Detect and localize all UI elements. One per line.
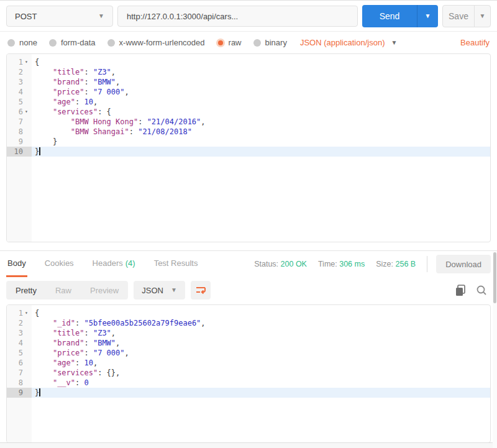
response-tabs-row: BodyCookiesHeaders(4)Test Results Status… [0,251,497,277]
body-type-option-form-data[interactable]: form-data [49,38,96,47]
code-text: "__v": 0 [32,378,490,388]
content-type-label: JSON (application/json) [300,38,385,47]
line-number: 8 [7,378,32,388]
request-body-editor[interactable]: 1▾{2 "title": "Z3",3 "brand": "BMW",4 "p… [6,53,491,242]
response-tab-label: Test Results [154,258,198,268]
response-tab-body[interactable]: Body [6,251,27,277]
chevron-down-icon: ▼ [98,13,104,19]
http-method-select[interactable]: POST ▼ [6,6,113,27]
token-punc: { [35,309,39,318]
view-tab-pretty[interactable]: Pretty [6,281,46,299]
token-punc: } [35,147,39,156]
body-type-option-binary[interactable]: binary [253,38,287,47]
line-number-value: 6 [19,107,23,117]
token-key: "_id" [53,319,75,327]
token-punc: : [75,359,84,367]
vertical-scrollbar[interactable] [493,252,497,448]
code-line: 3 "title": "Z3", [7,328,490,338]
response-tab-label: Headers [93,258,123,268]
code-line: 7 "BMW Hong Kong": "21/04/2016", [7,117,490,127]
time-badge: Time: 306 ms [318,260,365,268]
token-key: "BMW Hong Kong" [71,117,138,126]
line-number-value: 4 [19,87,23,97]
body-type-option-raw[interactable]: raw [217,38,242,47]
code-text: } [32,388,490,398]
body-type-options: noneform-datax-www-form-urlencodedrawbin… [7,38,287,47]
token-punc: } [53,137,57,146]
response-tab-label: Body [7,258,26,268]
token-num: 10 [84,98,93,106]
view-tab-preview[interactable]: Preview [81,281,128,299]
token-str: "BMW" [93,339,116,347]
code-text: "brand": "BMW", [32,338,490,348]
fold-toggle-icon[interactable]: ▾ [23,57,30,67]
scrollbar-thumb[interactable] [493,252,496,303]
response-format-select[interactable]: JSON ▼ [134,281,185,299]
token-plain [35,98,53,106]
size-value: 256 B [396,260,416,268]
copy-icon [455,285,466,296]
header-count-badge: (4) [125,258,135,268]
text-cursor [39,388,40,396]
download-button[interactable]: Download [436,255,491,273]
token-key: "age" [53,98,75,106]
response-body-editor[interactable]: 1▾{2 "_id": "5bfee00a5b25602a79f9eae6",3… [6,304,491,443]
text-cursor [39,147,40,155]
send-button-label: Send [380,11,400,21]
radio-label: form-data [61,38,96,47]
search-response-button[interactable] [476,285,487,296]
line-number-value: 9 [19,137,23,147]
line-number: 6 [7,358,32,368]
response-tab-test-results[interactable]: Test Results [153,251,199,277]
footer-strip [0,442,497,448]
body-type-option-none[interactable]: none [7,38,37,47]
view-switcher: PrettyRawPreview [6,281,128,299]
token-key: "price" [53,349,84,357]
send-button-group: Send ▼ [362,5,438,27]
token-str: "BMW" [93,78,116,86]
line-number: 3 [7,77,32,87]
save-options-button[interactable]: ▼ [474,6,490,27]
fold-toggle-icon[interactable]: ▾ [23,308,30,318]
token-str: "7 000" [93,88,125,96]
token-num: 10 [84,359,93,367]
send-button[interactable]: Send [362,5,417,27]
code-line: 6 "age": 10, [7,358,490,368]
line-number: 7 [7,117,32,127]
chevron-down-icon: ▼ [425,13,431,19]
token-punc: : [84,339,93,347]
code-line: 8 "BMW Shangai": "21/08/2018" [7,127,490,137]
request-bar: POST ▼ Send ▼ Save ▼ [0,1,497,31]
url-input[interactable] [117,6,358,27]
token-plain [35,137,53,146]
token-punc: , [93,98,98,106]
line-number: 1▾ [7,57,32,67]
view-tab-raw[interactable]: Raw [46,281,81,299]
copy-response-button[interactable] [455,285,466,296]
line-number-value: 9 [19,388,23,398]
response-section: BodyCookiesHeaders(4)Test Results Status… [0,250,497,443]
radio-icon [107,39,115,47]
code-text: "title": "Z3", [32,67,490,77]
line-number-value: 7 [19,368,23,378]
save-button[interactable]: Save [443,6,474,27]
code-line: 6▾ "services": { [7,107,490,117]
token-str: "7 000" [93,349,125,357]
fold-toggle-icon[interactable]: ▾ [23,107,30,117]
token-num: 0 [84,378,88,387]
wrap-lines-button[interactable] [191,281,211,299]
response-tab-cookies[interactable]: Cookies [43,251,75,277]
body-type-option-x-www-form-urlencoded[interactable]: x-www-form-urlencoded [107,38,205,47]
size-badge: Size: 256 B [376,260,416,268]
radio-label: binary [265,38,287,47]
code-text: "_id": "5bfee00a5b25602a79f9eae6", [32,318,490,328]
line-number-value: 5 [19,348,23,358]
code-text: } [32,137,490,147]
line-number: 1▾ [7,308,32,318]
beautify-link[interactable]: Beautify [460,38,490,47]
response-tab-headers[interactable]: Headers(4) [91,251,137,277]
content-type-select[interactable]: JSON (application/json) ▼ [300,38,397,47]
token-str: "Z3" [93,68,111,76]
send-options-button[interactable]: ▼ [417,5,438,27]
line-number: 5 [7,348,32,358]
